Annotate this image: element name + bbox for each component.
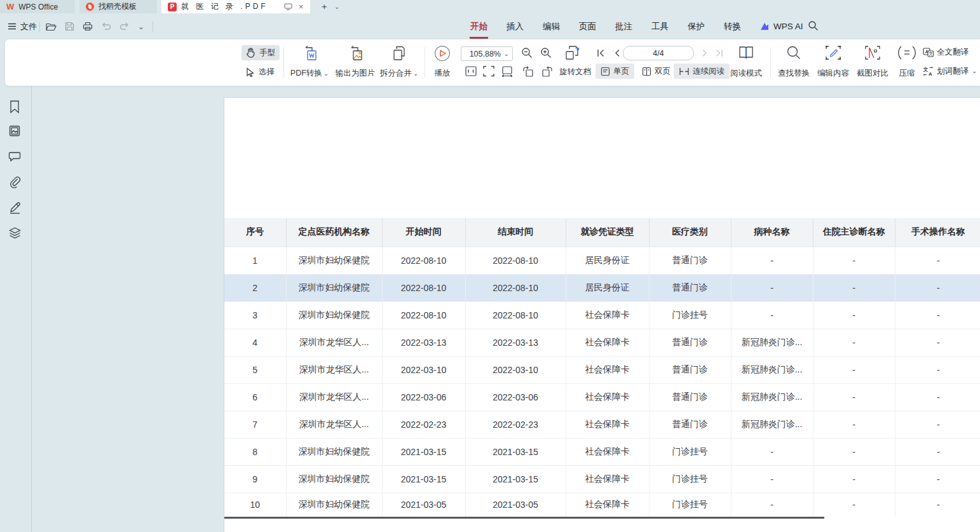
divider <box>770 47 771 78</box>
divider <box>39 22 40 32</box>
new-tab-icon[interactable]: ＋ <box>320 1 329 13</box>
docer-logo-icon <box>86 3 94 11</box>
menu-item[interactable]: 批注 <box>615 20 633 34</box>
cell-end-date: 2022-08-10 <box>465 274 566 301</box>
search-icon[interactable] <box>808 20 819 31</box>
cell-index: 10 <box>224 493 286 517</box>
first-page-button[interactable] <box>594 46 608 60</box>
fit-page-button[interactable] <box>482 64 496 78</box>
fit-width-button[interactable] <box>500 64 514 78</box>
zoom-out-button[interactable] <box>520 46 534 60</box>
word-translate-button[interactable]: 文 A 划词翻译 ⌄ <box>923 64 977 78</box>
actual-size-button[interactable] <box>464 64 478 78</box>
thumbnails-panel-icon[interactable] <box>8 125 24 140</box>
undo-icon[interactable] <box>101 22 111 31</box>
tab-list-chevron-icon[interactable]: ⌄ <box>334 4 339 10</box>
close-tab-icon[interactable]: × <box>299 2 304 11</box>
play-button[interactable]: 播放 <box>428 44 456 81</box>
cell-end-date: 2021-03-15 <box>465 438 566 465</box>
find-replace-label: 查找替换 <box>778 68 810 79</box>
table-row: 5 深圳市龙华区人... 2022-03-10 2022-03-10 社会保障卡… <box>224 356 980 383</box>
quick-access-chevron-icon[interactable]: ⌄ <box>138 23 144 31</box>
full-translate-label: 全文翻译 <box>937 47 969 58</box>
compress-label: 压缩 <box>899 68 915 79</box>
cell-index: 6 <box>224 383 286 411</box>
file-menu-button[interactable]: 文件 <box>8 13 37 39</box>
cell-disease-name: 新冠肺炎门诊... <box>731 356 813 383</box>
cell-credential-type: 社会保障卡 <box>566 301 649 329</box>
window-tab-bar: W WPS Office 找稻壳模板 P 就 医 记 录 .PDF × ＋ ⌄ <box>0 0 980 13</box>
pdf-convert-button[interactable]: PDF转换⌄ <box>287 44 332 81</box>
menu-item[interactable]: 开始 <box>470 20 488 34</box>
menu-item-wps-ai[interactable]: WPS AI <box>760 13 803 39</box>
save-icon[interactable] <box>65 22 74 31</box>
column-header: 开始时间 <box>382 218 465 247</box>
cell-end-date: 2022-02-23 <box>465 411 566 438</box>
select-tool-button[interactable]: 选择 <box>242 64 279 79</box>
zoom-in-button[interactable] <box>539 46 553 60</box>
comments-panel-icon[interactable] <box>8 151 24 166</box>
cell-end-date: 2022-03-13 <box>465 329 566 356</box>
bookmarks-panel-icon[interactable] <box>8 100 24 115</box>
find-replace-button[interactable]: 查找替换 <box>774 44 813 81</box>
column-header: 定点医药机构名称 <box>286 218 382 247</box>
column-header: 病种名称 <box>731 218 813 247</box>
replace-pages-button[interactable] <box>563 44 582 61</box>
rotate-document-button[interactable]: 旋转文档 <box>559 67 591 78</box>
open-file-icon[interactable] <box>46 22 57 31</box>
menu-item[interactable]: 编辑 <box>542 20 561 34</box>
tab-docer-templates[interactable]: 找稻壳模板 <box>79 0 157 13</box>
rotate-left-button[interactable] <box>521 64 535 78</box>
single-page-toggle[interactable]: 单页 <box>595 64 634 79</box>
screenshot-compare-button[interactable]: 截图对比 <box>853 44 892 81</box>
cell-credential-type: 社会保障卡 <box>566 493 649 517</box>
enter-focus-mode-icon[interactable] <box>284 3 292 10</box>
pdf-convert-label: PDF转换 <box>290 68 322 79</box>
chevron-down-icon: ⌄ <box>323 71 329 77</box>
continuous-reading-toggle[interactable]: 连续阅读 <box>674 64 730 79</box>
cell-end-date: 2022-08-10 <box>465 301 566 329</box>
hand-tool-button[interactable]: 手型 <box>242 45 280 60</box>
cell-medical-category: 普通门诊 <box>649 247 731 274</box>
tab-document-pdf[interactable]: P 就 医 记 录 .PDF × <box>161 0 310 13</box>
redo-icon[interactable] <box>119 22 130 31</box>
menu-item[interactable]: 页面 <box>578 20 597 34</box>
edit-content-button[interactable]: 编辑内容 <box>813 44 853 81</box>
annotate-pen-panel-icon[interactable] <box>8 201 24 216</box>
find-replace-icon <box>786 45 801 60</box>
rotate-right-icon <box>541 66 553 77</box>
menu-item[interactable]: 工具 <box>651 20 669 34</box>
cell-medical-category: 普通门诊 <box>649 356 731 383</box>
export-image-icon <box>348 45 364 62</box>
last-page-icon <box>715 49 723 57</box>
menu-item[interactable]: 插入 <box>506 20 524 34</box>
last-page-button[interactable] <box>712 46 726 60</box>
next-page-button[interactable] <box>698 46 712 60</box>
split-merge-button[interactable]: 拆分合并⌄ <box>379 44 419 81</box>
cell-main-diagnosis: - <box>813 274 895 301</box>
rotate-document-label: 旋转文档 <box>559 67 591 76</box>
cell-credential-type: 社会保障卡 <box>566 411 649 438</box>
table-row: 2 深圳市妇幼保健院 2022-08-10 2022-08-10 居民身份证 普… <box>224 274 980 301</box>
menu-item[interactable]: 转换 <box>723 20 742 34</box>
divider <box>153 22 153 32</box>
divider <box>425 47 425 78</box>
menu-item[interactable]: 保护 <box>687 20 705 34</box>
zoom-level-control[interactable]: 105.88% ⌄ <box>461 46 513 61</box>
first-page-icon <box>597 49 605 57</box>
read-mode-button[interactable]: 阅读模式 <box>728 44 764 81</box>
layers-panel-icon[interactable] <box>8 226 24 242</box>
full-text-translate-button[interactable]: A 全文翻译 <box>923 45 969 59</box>
attachments-panel-icon[interactable] <box>8 175 24 191</box>
full-translate-icon: A <box>923 48 934 57</box>
wps-logo-icon: W <box>6 2 14 11</box>
fit-width-icon <box>501 66 513 77</box>
page-number-input[interactable]: 4/4 <box>623 46 694 60</box>
tab-wps-office[interactable]: W WPS Office <box>0 0 75 13</box>
rotate-right-button[interactable] <box>540 64 554 78</box>
print-icon[interactable] <box>83 22 93 31</box>
compress-button[interactable]: 压缩 <box>892 44 922 81</box>
export-as-image-button[interactable]: 输出为图片 <box>333 44 378 81</box>
previous-page-button[interactable] <box>610 46 624 60</box>
pdf-file-icon: P <box>168 3 177 11</box>
